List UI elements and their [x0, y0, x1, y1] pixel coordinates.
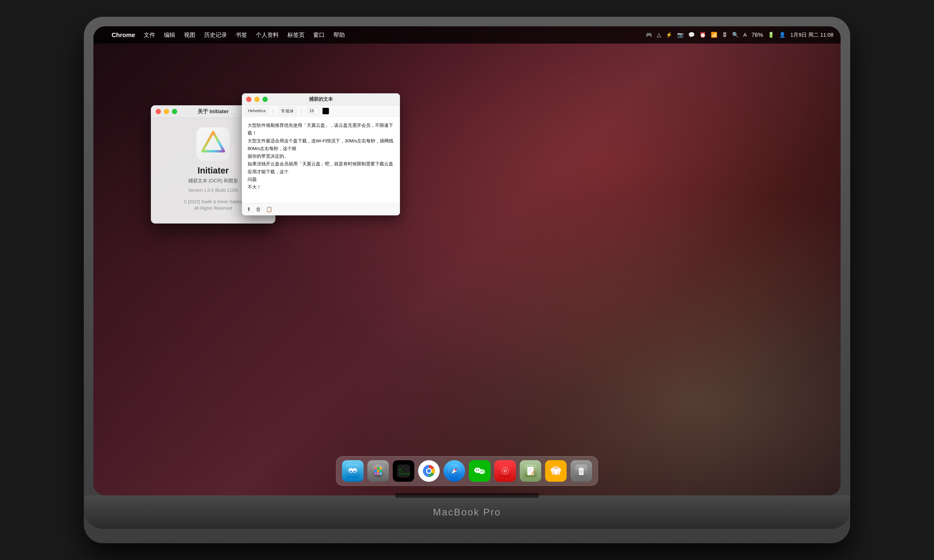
dock-icon-trash[interactable] — [570, 460, 592, 482]
app-icon — [196, 127, 230, 161]
svg-point-40 — [504, 470, 506, 472]
clock-icon[interactable]: ⏰ — [700, 32, 706, 38]
touchbar — [395, 493, 539, 498]
menubar-left: Chrome 文件 编辑 视图 历史记录 书签 个人资料 标签页 窗口 帮助 — [100, 31, 345, 39]
trash-icon[interactable]: 🗑 — [256, 206, 261, 212]
text-window-footer: ⬆ 🗑 📋 — [242, 203, 400, 215]
menubar-item-history[interactable]: 历史记录 — [204, 31, 227, 39]
menubar-right: 🎮 △ ⚡ 📷 💬 ⏰ 📶 🎛 🔍 A 76% 🔋 👤 1月9日 周二 11:0… — [646, 31, 834, 38]
menubar-item-edit[interactable]: 编辑 — [164, 31, 175, 39]
captured-text: 大型软件墙裂推荐优先使用「天翼云盘」，该云盘无需开会员，不限速下载！ 大型文件最… — [248, 123, 393, 189]
svg-point-12 — [379, 470, 382, 472]
color-picker[interactable] — [322, 108, 329, 114]
svg-text:>_: >_ — [399, 468, 403, 472]
style-options-icon[interactable]: ⋮ — [299, 108, 304, 114]
svg-point-9 — [379, 467, 382, 469]
spotlight-icon[interactable]: △ — [657, 32, 661, 38]
menubar: Chrome 文件 编辑 视图 历史记录 书签 个人资料 标签页 窗口 帮助 🎮… — [93, 26, 841, 43]
dock-icon-launchpad[interactable] — [367, 460, 389, 482]
text-window: 捕获的文本 Helvetica ⋮ 常规体 ⋮ 16 大型软件墙裂推荐优先使用「… — [242, 93, 400, 215]
svg-point-4 — [350, 471, 352, 472]
svg-point-14 — [377, 472, 379, 475]
screen-bezel: Chrome 文件 编辑 视图 历史记录 书签 个人资料 标签页 窗口 帮助 🎮… — [93, 26, 841, 495]
maximize-button[interactable] — [172, 109, 177, 114]
svg-point-32 — [479, 469, 485, 474]
svg-point-15 — [379, 472, 382, 475]
font-size-field[interactable]: 16 — [307, 108, 319, 114]
text-window-close-button[interactable] — [246, 97, 251, 102]
battery-icon: 🔋 — [768, 32, 774, 38]
style-selector[interactable]: 常规体 — [279, 107, 296, 115]
menubar-item-view[interactable]: 视图 — [184, 31, 196, 39]
share-icon[interactable]: ⬆ — [247, 206, 251, 212]
svg-point-35 — [481, 471, 482, 472]
wifi-icon[interactable]: 📶 — [711, 32, 717, 38]
close-button[interactable] — [156, 109, 161, 114]
menubar-item-bookmarks[interactable]: 书签 — [236, 31, 247, 39]
svg-text:terminal: terminal — [399, 472, 410, 475]
text-window-minimize-button[interactable] — [254, 97, 260, 102]
dock-icon-sketch[interactable] — [545, 460, 567, 482]
about-version: Version 1.0.4 (Build 1129) — [188, 188, 238, 193]
dock-icon-chrome[interactable] — [418, 460, 440, 482]
text-window-traffic-lights — [246, 97, 268, 102]
menubar-item-profile[interactable]: 个人资料 — [256, 31, 279, 39]
battery-percent: 76% — [752, 32, 763, 38]
font-options-icon[interactable]: ⋮ — [271, 108, 276, 114]
dock: >_ terminal — [336, 456, 598, 486]
dock-icon-wechat[interactable] — [469, 460, 490, 482]
controls-icon[interactable]: 🎛 — [722, 32, 727, 38]
text-window-toolbar: Helvetica ⋮ 常规体 ⋮ 16 — [242, 105, 400, 117]
menubar-item-help[interactable]: 帮助 — [333, 31, 345, 39]
svg-point-34 — [478, 469, 479, 471]
desktop-background — [93, 26, 841, 495]
dock-icon-finder[interactable] — [342, 460, 364, 482]
about-copyright: © [2022] Sadik & Imron SaidovAll Rights … — [184, 198, 243, 212]
dock-icon-notes[interactable] — [520, 460, 541, 482]
laptop-model-name: MacBook Pro — [433, 507, 501, 518]
search-icon[interactable]: 🔍 — [732, 32, 738, 38]
text-window-maximize-button[interactable] — [262, 97, 268, 102]
svg-point-23 — [427, 469, 431, 473]
screenshot-icon[interactable]: 📷 — [677, 32, 683, 38]
laptop: Chrome 文件 编辑 视图 历史记录 书签 个人资料 标签页 窗口 帮助 🎮… — [84, 17, 850, 543]
dock-icon-safari[interactable] — [444, 460, 465, 482]
wechat-menu-icon[interactable]: 💬 — [688, 32, 695, 38]
user-icon[interactable]: 👤 — [779, 32, 786, 38]
dock-icon-music[interactable] — [494, 460, 516, 482]
copy-icon[interactable]: 📋 — [266, 206, 272, 212]
screen: Chrome 文件 编辑 视图 历史记录 书签 个人资料 标签页 窗口 帮助 🎮… — [93, 26, 841, 495]
svg-point-11 — [377, 470, 379, 472]
about-subtitle: 捕获文本 (OCR) 和图形 — [188, 178, 238, 184]
menubar-time: 1月9日 周二 11:08 — [790, 31, 834, 38]
menubar-app-name[interactable]: Chrome — [112, 31, 135, 39]
text-window-title: 捕获的文本 — [309, 96, 333, 102]
svg-point-33 — [476, 469, 477, 471]
minimize-button[interactable] — [164, 109, 169, 114]
dock-icon-terminal[interactable]: >_ terminal — [393, 460, 414, 482]
text-content[interactable]: 大型软件墙裂推荐优先使用「天翼云盘」，该云盘无需开会员，不限速下载！ 大型文件最… — [242, 117, 400, 203]
text-window-titlebar: 捕获的文本 — [242, 93, 400, 105]
game-center-icon: 🎮 — [646, 32, 652, 38]
svg-point-8 — [377, 467, 379, 469]
svg-point-36 — [482, 471, 483, 472]
about-app-name: Initiater — [197, 166, 229, 175]
svg-rect-56 — [580, 468, 583, 469]
menubar-item-tabs[interactable]: 标签页 — [287, 31, 305, 39]
bolt-icon: ⚡ — [666, 32, 672, 38]
svg-point-7 — [375, 467, 377, 469]
font-selector[interactable]: Helvetica — [246, 108, 268, 114]
menubar-item-window[interactable]: 窗口 — [313, 31, 325, 39]
keyboard-icon: A — [743, 32, 747, 38]
svg-point-5 — [353, 471, 356, 472]
menubar-item-file[interactable]: 文件 — [144, 31, 155, 39]
about-window-title: 关于 Initiater — [197, 108, 229, 115]
traffic-lights — [156, 109, 177, 114]
laptop-bottom: MacBook Pro — [84, 495, 850, 529]
svg-point-10 — [375, 470, 377, 472]
svg-point-13 — [375, 472, 377, 475]
